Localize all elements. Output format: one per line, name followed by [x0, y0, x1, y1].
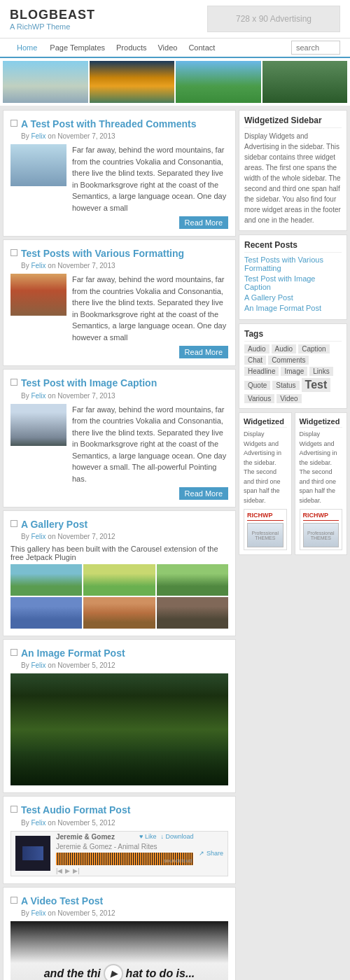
- audio-play[interactable]: ▶: [65, 867, 70, 874]
- tag-image[interactable]: Image: [281, 367, 307, 376]
- post-icon-7: [10, 897, 18, 904]
- post-card-4: A Gallery Post By Felix on November 7, 2…: [3, 510, 236, 636]
- post-card-2: Test Posts with Various Formatting By Fe…: [3, 239, 236, 366]
- post-meta-1: By Felix on November 7, 2013: [10, 132, 228, 140]
- nav-item-contact[interactable]: Contact: [183, 38, 220, 57]
- post-thumb-1[interactable]: [10, 144, 66, 186]
- tags-area: Audio Audio Caption Chat Comments Headli…: [244, 344, 342, 403]
- read-more-btn-3[interactable]: Read More: [179, 487, 228, 500]
- tag-comments[interactable]: Comments: [268, 356, 309, 365]
- post-title-3[interactable]: Test Post with Image Caption: [21, 377, 157, 389]
- post-icon-5: [10, 649, 18, 656]
- widget-title-tags: Tags: [244, 329, 342, 342]
- tag-audio2[interactable]: Audio: [272, 344, 297, 354]
- gallery-item-2[interactable]: [83, 564, 155, 596]
- post-card-6: Test Audio Format Post By Felix on Novem…: [3, 796, 236, 883]
- widget-half-title-1: Widgetized: [244, 417, 287, 428]
- hero-image-2[interactable]: [90, 61, 175, 103]
- nav-bar: Home Page Templates Products Video Conta…: [0, 38, 350, 58]
- tag-test[interactable]: Test: [302, 378, 331, 392]
- tag-caption[interactable]: Caption: [298, 344, 329, 354]
- post-meta-6: By Felix on November 5, 2012: [10, 819, 228, 827]
- post-thumb-3[interactable]: [10, 404, 66, 446]
- audio-waveform[interactable]: soundcloud: [56, 853, 193, 865]
- read-more-btn-1[interactable]: Read More: [179, 216, 228, 229]
- video-play-btn[interactable]: ▶: [104, 964, 123, 980]
- post-meta-4: By Felix on November 7, 2012: [10, 533, 228, 540]
- nav-item-video[interactable]: Video: [152, 38, 183, 57]
- widget-text-widgetized: Display Widgets and Advertising in the s…: [244, 131, 342, 225]
- post-excerpt-2: Far far away, behind the word mountains,…: [72, 274, 228, 343]
- post-title-7[interactable]: A Video Test Post: [21, 895, 103, 907]
- post-title-2[interactable]: Test Posts with Various Formatting: [21, 247, 184, 260]
- nav-item-products[interactable]: Products: [111, 38, 152, 57]
- like-link[interactable]: ♥ Like: [139, 833, 156, 840]
- widget-title-recent: Recent Posts: [244, 240, 342, 253]
- post-card-5: An Image Format Post By Felix on Novembe…: [3, 639, 236, 793]
- ad-banner: 728 x 90 Advertising: [207, 6, 340, 32]
- post-card-3: Test Post with Image Caption By Felix on…: [3, 369, 236, 507]
- share-link[interactable]: ↗ Share: [199, 850, 223, 857]
- tag-video[interactable]: Video: [276, 394, 301, 403]
- widget-half-title-2: Widgetized: [300, 417, 343, 428]
- post-title-5[interactable]: An Image Format Post: [21, 647, 125, 659]
- half-widgets: Widgetized Display Widgets and Advertisi…: [239, 412, 347, 555]
- recent-link-4[interactable]: An Image Format Post: [244, 304, 342, 312]
- post-card-1: A Test Post with Threaded Comments By Fe…: [3, 110, 236, 237]
- post-icon-1: [10, 120, 18, 127]
- tag-chat[interactable]: Chat: [244, 356, 266, 365]
- audio-embed: Jeremie & Gomez ♥ Like ↓ Download Jeremi…: [10, 831, 228, 876]
- tag-status[interactable]: Status: [272, 381, 299, 390]
- audio-artist: Jeremie & Gomez: [56, 833, 115, 841]
- gallery-description: This gallery has been built with the Car…: [10, 545, 228, 561]
- post-title-1[interactable]: A Test Post with Threaded Comments: [21, 118, 196, 130]
- tag-headline[interactable]: Headline: [244, 367, 279, 376]
- post-icon-6: [10, 806, 18, 813]
- tag-audio[interactable]: Audio: [244, 344, 270, 354]
- widget-title-widgetized: Widgetized Sidebar: [244, 115, 342, 128]
- gallery-item-5[interactable]: [83, 597, 155, 629]
- hero-image-1[interactable]: [3, 61, 88, 103]
- recent-link-3[interactable]: A Gallery Post: [244, 293, 342, 302]
- read-more-btn-2[interactable]: Read More: [179, 346, 228, 358]
- tag-quote[interactable]: Quote: [244, 381, 270, 390]
- video-overlay-text: and the thi ▶ hat to do is...: [44, 964, 195, 980]
- post-excerpt-1: Far far away, behind the word mountains,…: [72, 144, 228, 214]
- gallery-item-3[interactable]: [157, 564, 228, 596]
- search-input[interactable]: [291, 41, 340, 55]
- sidebar: Widgetized Sidebar Display Widgets and A…: [239, 110, 347, 555]
- site-title[interactable]: BLOGBEAST: [10, 8, 95, 22]
- post-excerpt-3: Far far away, behind the word mountains,…: [72, 404, 228, 485]
- download-link[interactable]: ↓ Download: [160, 833, 193, 840]
- hero-image-4[interactable]: [262, 61, 348, 103]
- recent-link-2[interactable]: Test Post with Image Caption: [244, 274, 342, 291]
- post-thumb-2[interactable]: [10, 274, 66, 316]
- site-tagline: A RichWP Theme: [10, 22, 95, 31]
- widget-widgetized: Widgetized Sidebar Display Widgets and A…: [239, 110, 347, 231]
- hero-image-3[interactable]: [176, 61, 261, 103]
- gallery-item-1[interactable]: [10, 564, 82, 596]
- audio-artwork: [15, 836, 50, 871]
- video-embed[interactable]: On Being Creative Share 0 Min Info ▷ and…: [10, 921, 228, 980]
- recent-link-1[interactable]: Test Posts with Various Formatting: [244, 255, 342, 272]
- nav-item-page-templates[interactable]: Page Templates: [44, 38, 111, 57]
- image-format-img[interactable]: [10, 673, 228, 785]
- widget-half-text-1: Display Widgets and Advertising in the s…: [244, 430, 287, 505]
- nav-item-home[interactable]: Home: [10, 38, 44, 58]
- tag-various[interactable]: Various: [244, 394, 274, 403]
- gallery-item-6[interactable]: [157, 597, 228, 629]
- post-meta-5: By Felix on November 5, 2012: [10, 662, 228, 669]
- post-meta-3: By Felix on November 7, 2013: [10, 392, 228, 400]
- audio-prev[interactable]: |◀: [56, 867, 62, 874]
- tag-links[interactable]: Links: [309, 367, 332, 376]
- recent-links: Test Posts with Various Formatting Test …: [244, 255, 342, 312]
- richwp-logo-1: RICHWP ProfessionalTHEMES: [244, 509, 287, 550]
- gallery-item-4[interactable]: [10, 597, 82, 629]
- post-icon-3: [10, 379, 18, 386]
- post-title-4[interactable]: A Gallery Post: [21, 518, 88, 531]
- gallery-grid: [10, 564, 228, 629]
- audio-next[interactable]: ▶|: [73, 867, 79, 874]
- post-title-6[interactable]: Test Audio Format Post: [21, 804, 130, 816]
- richwp-logo-2: RICHWP ProfessionalTHEMES: [300, 509, 343, 550]
- post-meta-7: By Felix on November 5, 2012: [10, 909, 228, 917]
